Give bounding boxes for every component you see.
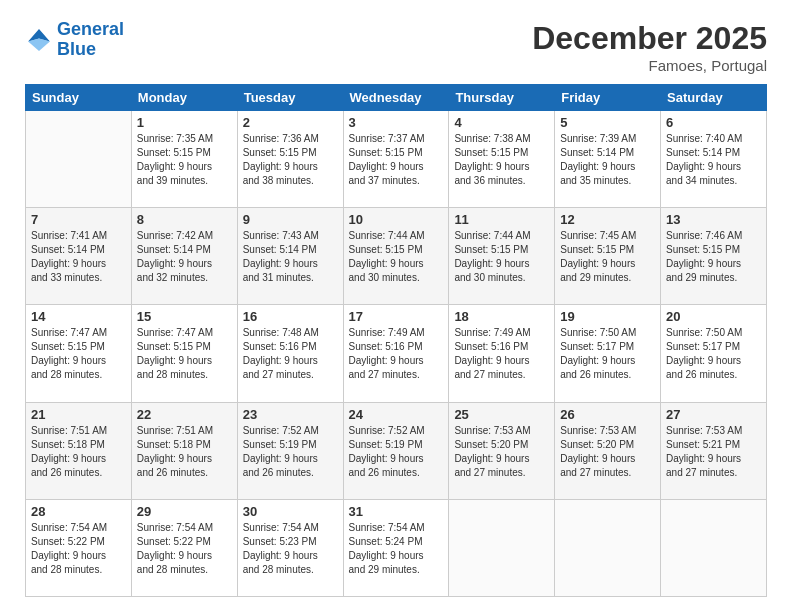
day-info: Sunrise: 7:51 AM Sunset: 5:18 PM Dayligh… [31,424,126,480]
day-number: 18 [454,309,549,324]
day-number: 30 [243,504,338,519]
calendar-cell: 14Sunrise: 7:47 AM Sunset: 5:15 PM Dayli… [26,305,132,402]
day-info: Sunrise: 7:44 AM Sunset: 5:15 PM Dayligh… [454,229,549,285]
day-info: Sunrise: 7:54 AM Sunset: 5:23 PM Dayligh… [243,521,338,577]
main-title: December 2025 [532,20,767,57]
day-number: 2 [243,115,338,130]
day-info: Sunrise: 7:46 AM Sunset: 5:15 PM Dayligh… [666,229,761,285]
calendar-row: 1Sunrise: 7:35 AM Sunset: 5:15 PM Daylig… [26,111,767,208]
day-number: 16 [243,309,338,324]
day-number: 3 [349,115,444,130]
calendar-cell: 28Sunrise: 7:54 AM Sunset: 5:22 PM Dayli… [26,499,132,596]
day-number: 28 [31,504,126,519]
calendar-cell: 3Sunrise: 7:37 AM Sunset: 5:15 PM Daylig… [343,111,449,208]
calendar-cell: 1Sunrise: 7:35 AM Sunset: 5:15 PM Daylig… [131,111,237,208]
day-info: Sunrise: 7:36 AM Sunset: 5:15 PM Dayligh… [243,132,338,188]
day-info: Sunrise: 7:53 AM Sunset: 5:20 PM Dayligh… [560,424,655,480]
calendar-cell: 19Sunrise: 7:50 AM Sunset: 5:17 PM Dayli… [555,305,661,402]
calendar-cell: 16Sunrise: 7:48 AM Sunset: 5:16 PM Dayli… [237,305,343,402]
calendar-cell: 10Sunrise: 7:44 AM Sunset: 5:15 PM Dayli… [343,208,449,305]
calendar-header-cell: Wednesday [343,85,449,111]
day-number: 14 [31,309,126,324]
calendar-cell: 5Sunrise: 7:39 AM Sunset: 5:14 PM Daylig… [555,111,661,208]
calendar-cell: 23Sunrise: 7:52 AM Sunset: 5:19 PM Dayli… [237,402,343,499]
day-number: 9 [243,212,338,227]
day-number: 6 [666,115,761,130]
calendar-cell: 8Sunrise: 7:42 AM Sunset: 5:14 PM Daylig… [131,208,237,305]
calendar-cell: 21Sunrise: 7:51 AM Sunset: 5:18 PM Dayli… [26,402,132,499]
day-info: Sunrise: 7:53 AM Sunset: 5:20 PM Dayligh… [454,424,549,480]
day-number: 20 [666,309,761,324]
calendar-cell: 22Sunrise: 7:51 AM Sunset: 5:18 PM Dayli… [131,402,237,499]
calendar-header-cell: Sunday [26,85,132,111]
day-number: 5 [560,115,655,130]
logo-icon [25,26,53,54]
day-info: Sunrise: 7:40 AM Sunset: 5:14 PM Dayligh… [666,132,761,188]
calendar-header-row: SundayMondayTuesdayWednesdayThursdayFrid… [26,85,767,111]
day-number: 1 [137,115,232,130]
calendar-header-cell: Tuesday [237,85,343,111]
day-number: 23 [243,407,338,422]
calendar-cell: 7Sunrise: 7:41 AM Sunset: 5:14 PM Daylig… [26,208,132,305]
calendar-cell: 15Sunrise: 7:47 AM Sunset: 5:15 PM Dayli… [131,305,237,402]
day-info: Sunrise: 7:47 AM Sunset: 5:15 PM Dayligh… [137,326,232,382]
calendar-row: 28Sunrise: 7:54 AM Sunset: 5:22 PM Dayli… [26,499,767,596]
calendar-cell: 2Sunrise: 7:36 AM Sunset: 5:15 PM Daylig… [237,111,343,208]
day-info: Sunrise: 7:54 AM Sunset: 5:24 PM Dayligh… [349,521,444,577]
header: General Blue December 2025 Famoes, Portu… [25,20,767,74]
calendar-header-cell: Monday [131,85,237,111]
calendar-cell: 13Sunrise: 7:46 AM Sunset: 5:15 PM Dayli… [661,208,767,305]
calendar-cell: 29Sunrise: 7:54 AM Sunset: 5:22 PM Dayli… [131,499,237,596]
day-number: 8 [137,212,232,227]
page: General Blue December 2025 Famoes, Portu… [0,0,792,612]
day-info: Sunrise: 7:41 AM Sunset: 5:14 PM Dayligh… [31,229,126,285]
calendar-cell: 26Sunrise: 7:53 AM Sunset: 5:20 PM Dayli… [555,402,661,499]
calendar-cell: 4Sunrise: 7:38 AM Sunset: 5:15 PM Daylig… [449,111,555,208]
calendar-header-cell: Friday [555,85,661,111]
logo-line2: Blue [57,39,96,59]
calendar-cell: 24Sunrise: 7:52 AM Sunset: 5:19 PM Dayli… [343,402,449,499]
day-info: Sunrise: 7:42 AM Sunset: 5:14 PM Dayligh… [137,229,232,285]
day-number: 27 [666,407,761,422]
calendar-cell [26,111,132,208]
day-info: Sunrise: 7:54 AM Sunset: 5:22 PM Dayligh… [137,521,232,577]
day-number: 11 [454,212,549,227]
day-info: Sunrise: 7:48 AM Sunset: 5:16 PM Dayligh… [243,326,338,382]
calendar-cell: 9Sunrise: 7:43 AM Sunset: 5:14 PM Daylig… [237,208,343,305]
logo-line1: General [57,19,124,39]
calendar-cell: 6Sunrise: 7:40 AM Sunset: 5:14 PM Daylig… [661,111,767,208]
title-block: December 2025 Famoes, Portugal [532,20,767,74]
day-number: 13 [666,212,761,227]
day-number: 22 [137,407,232,422]
day-info: Sunrise: 7:50 AM Sunset: 5:17 PM Dayligh… [560,326,655,382]
day-number: 7 [31,212,126,227]
day-info: Sunrise: 7:38 AM Sunset: 5:15 PM Dayligh… [454,132,549,188]
calendar-cell [449,499,555,596]
day-number: 17 [349,309,444,324]
calendar-cell: 25Sunrise: 7:53 AM Sunset: 5:20 PM Dayli… [449,402,555,499]
day-info: Sunrise: 7:39 AM Sunset: 5:14 PM Dayligh… [560,132,655,188]
day-info: Sunrise: 7:37 AM Sunset: 5:15 PM Dayligh… [349,132,444,188]
day-number: 19 [560,309,655,324]
day-info: Sunrise: 7:51 AM Sunset: 5:18 PM Dayligh… [137,424,232,480]
logo: General Blue [25,20,124,60]
calendar-row: 7Sunrise: 7:41 AM Sunset: 5:14 PM Daylig… [26,208,767,305]
day-info: Sunrise: 7:35 AM Sunset: 5:15 PM Dayligh… [137,132,232,188]
calendar-header-cell: Saturday [661,85,767,111]
day-info: Sunrise: 7:54 AM Sunset: 5:22 PM Dayligh… [31,521,126,577]
calendar-cell: 18Sunrise: 7:49 AM Sunset: 5:16 PM Dayli… [449,305,555,402]
calendar-cell: 12Sunrise: 7:45 AM Sunset: 5:15 PM Dayli… [555,208,661,305]
day-number: 25 [454,407,549,422]
day-info: Sunrise: 7:52 AM Sunset: 5:19 PM Dayligh… [243,424,338,480]
calendar-cell: 27Sunrise: 7:53 AM Sunset: 5:21 PM Dayli… [661,402,767,499]
calendar-row: 14Sunrise: 7:47 AM Sunset: 5:15 PM Dayli… [26,305,767,402]
day-number: 26 [560,407,655,422]
calendar-header-cell: Thursday [449,85,555,111]
day-info: Sunrise: 7:49 AM Sunset: 5:16 PM Dayligh… [454,326,549,382]
day-info: Sunrise: 7:44 AM Sunset: 5:15 PM Dayligh… [349,229,444,285]
calendar-table: SundayMondayTuesdayWednesdayThursdayFrid… [25,84,767,597]
day-number: 15 [137,309,232,324]
calendar-cell: 31Sunrise: 7:54 AM Sunset: 5:24 PM Dayli… [343,499,449,596]
day-number: 10 [349,212,444,227]
calendar-cell: 17Sunrise: 7:49 AM Sunset: 5:16 PM Dayli… [343,305,449,402]
